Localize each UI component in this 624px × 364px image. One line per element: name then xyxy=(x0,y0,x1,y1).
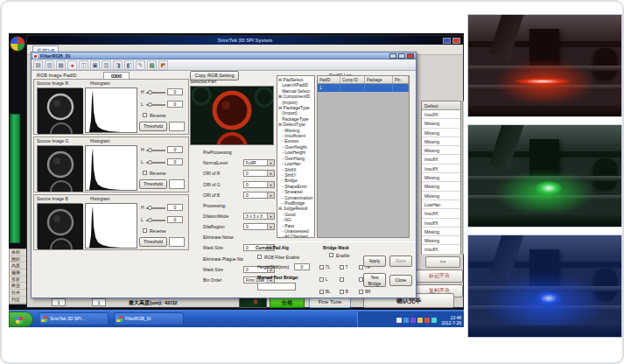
defect-row[interactable]: Missing xyxy=(422,182,460,191)
defect-row[interactable]: InsuffX xyxy=(422,209,460,218)
threshold-value-field[interactable] xyxy=(169,237,185,247)
defect-row[interactable]: Missing xyxy=(422,146,460,155)
tree-item[interactable]: - All Checked xyxy=(278,234,314,238)
test-bridge-button[interactable]: Test Bridge xyxy=(363,273,386,287)
defect-row[interactable]: Missing xyxy=(422,119,460,128)
next-button[interactable]: >> xyxy=(425,256,460,268)
rgb-filter-checkbox[interactable] xyxy=(257,255,262,259)
l-value-field[interactable]: 0 xyxy=(167,101,183,108)
param-dropdown[interactable]: 0 xyxy=(243,223,275,230)
param-dropdown[interactable]: 3 x 3 x 3 xyxy=(243,213,275,220)
volume-icon[interactable] xyxy=(396,318,402,323)
dialog-maximize-button[interactable] xyxy=(398,53,405,59)
histogram-icon[interactable]: ▥ xyxy=(102,60,111,70)
bridge-mask-checkbox[interactable] xyxy=(319,277,324,282)
reverse-checkbox[interactable] xyxy=(143,113,147,117)
param-dropdown[interactable]: 0 xyxy=(243,192,275,199)
copy-icon[interactable]: ▦ xyxy=(56,60,66,70)
selected-part-image xyxy=(190,86,274,145)
bridge-mask-checkbox[interactable] xyxy=(359,290,363,294)
threshold-button[interactable]: Threshold xyxy=(139,122,167,131)
reverse-checkbox[interactable] xyxy=(143,171,147,175)
bridge-mask-checkbox[interactable] xyxy=(340,277,344,282)
help-icon[interactable]: ◩ xyxy=(158,60,168,70)
bridge-enable-checkbox[interactable] xyxy=(329,253,333,257)
zoom-icon[interactable]: ◫ xyxy=(79,60,88,70)
reverse-label: Reverse xyxy=(150,228,166,234)
defect-row[interactable]: InsuffX xyxy=(422,110,460,119)
histogram-label: Histogram xyxy=(90,80,110,86)
apply-button[interactable]: Apply xyxy=(363,256,386,267)
l-value-field[interactable]: 0 xyxy=(167,158,183,165)
image-icon[interactable]: ▣ xyxy=(90,60,100,70)
h-slider-thumb[interactable] xyxy=(148,148,152,152)
param-dropdown[interactable]: 0 xyxy=(243,181,275,188)
save-button[interactable]: Save xyxy=(389,256,412,267)
battery-icon[interactable] xyxy=(417,318,423,323)
open-icon[interactable]: ▤ xyxy=(33,60,43,70)
defect-scrollbar[interactable] xyxy=(462,101,464,255)
defect-row[interactable]: InsuffX xyxy=(422,164,460,173)
status-green-bar xyxy=(10,114,20,243)
defect-row[interactable]: InsuffX xyxy=(422,245,460,254)
count-field-2[interactable]: 1 xyxy=(92,298,106,306)
minimize-button[interactable] xyxy=(443,38,451,44)
defect-row[interactable]: Missing xyxy=(422,129,460,137)
l-slider-thumb[interactable] xyxy=(148,102,152,107)
bridge-mask-checkbox[interactable] xyxy=(319,290,324,294)
threshold-value-field[interactable] xyxy=(169,179,185,189)
bridge-mask-checkbox[interactable] xyxy=(319,265,324,270)
source-image-group: Source Image B Histogram xyxy=(33,194,189,250)
tree-item[interactable]: - Contamination xyxy=(278,195,314,200)
threshold-value-field[interactable] xyxy=(169,122,185,131)
defect-row[interactable]: Missing xyxy=(422,173,460,182)
l-value-field[interactable]: 0 xyxy=(167,216,183,223)
h-value-field[interactable]: 0 xyxy=(167,88,183,95)
defect-row[interactable]: Missing xyxy=(422,192,460,200)
l-slider-thumb[interactable] xyxy=(148,160,152,164)
defect-row[interactable]: Missing xyxy=(422,228,460,236)
h-value-field[interactable]: 0 xyxy=(167,146,183,153)
start-button[interactable] xyxy=(9,312,33,327)
tree-item[interactable]: ⊞ ComponentID xyxy=(278,94,314,99)
threshold-button[interactable]: Threshold xyxy=(139,179,167,189)
h-slider-thumb[interactable] xyxy=(148,90,152,94)
machine-photo-green xyxy=(467,124,622,228)
l-slider-thumb[interactable] xyxy=(148,218,152,222)
defect-row[interactable]: LowHan xyxy=(422,200,460,209)
h-slider-thumb[interactable] xyxy=(148,206,152,210)
defect-row[interactable]: InsuffX xyxy=(422,219,460,228)
param-dropdown[interactable]: FullR xyxy=(243,159,275,166)
table-row-selected[interactable]: 1 xyxy=(318,84,409,92)
network-icon[interactable] xyxy=(403,318,409,323)
defect-row[interactable]: InsuffX xyxy=(422,155,460,164)
defect-row[interactable]: Missing xyxy=(422,137,460,146)
param-dropdown[interactable]: 0 xyxy=(243,170,275,177)
usb-icon[interactable] xyxy=(431,318,437,323)
taskbar-app-filter[interactable]: FilterRGB_Di xyxy=(114,312,184,326)
ime-icon[interactable] xyxy=(410,318,416,323)
mark-defect-button[interactable]: 标记不良 xyxy=(416,270,463,283)
bridge-mask-checkbox[interactable] xyxy=(340,290,344,294)
defect-row[interactable]: Missing xyxy=(422,236,460,245)
edit-icon[interactable]: ✎ xyxy=(136,60,145,70)
close-dialog-button[interactable]: Close xyxy=(389,275,412,286)
h-value-field[interactable]: 0 xyxy=(167,204,183,211)
height-shift-field[interactable]: 0 xyxy=(294,263,310,270)
close-button[interactable] xyxy=(452,38,460,44)
dialog-minimize-button[interactable] xyxy=(389,53,396,59)
antivirus-icon[interactable] xyxy=(424,318,430,323)
main-titlebar: SinicTek 3D SPI System xyxy=(27,36,463,45)
bridge-mask-checkbox[interactable] xyxy=(340,265,344,270)
count-field-1[interactable]: 1 xyxy=(52,298,66,306)
taskbar-app-spi[interactable]: SinicTek 3D SPI... xyxy=(39,312,109,326)
manual-test-bridge-field[interactable] xyxy=(257,283,296,290)
record-icon[interactable]: ● xyxy=(67,60,77,70)
mask-icon[interactable]: ◨ xyxy=(113,60,123,70)
save-icon[interactable]: ▥ xyxy=(45,60,54,70)
threshold-button[interactable]: Threshold xyxy=(139,237,167,247)
reverse-checkbox[interactable] xyxy=(143,228,147,233)
rgb-icon[interactable]: ▩ xyxy=(147,60,157,70)
split-icon[interactable]: ◧ xyxy=(124,60,134,70)
dialog-close-button[interactable] xyxy=(407,53,414,59)
